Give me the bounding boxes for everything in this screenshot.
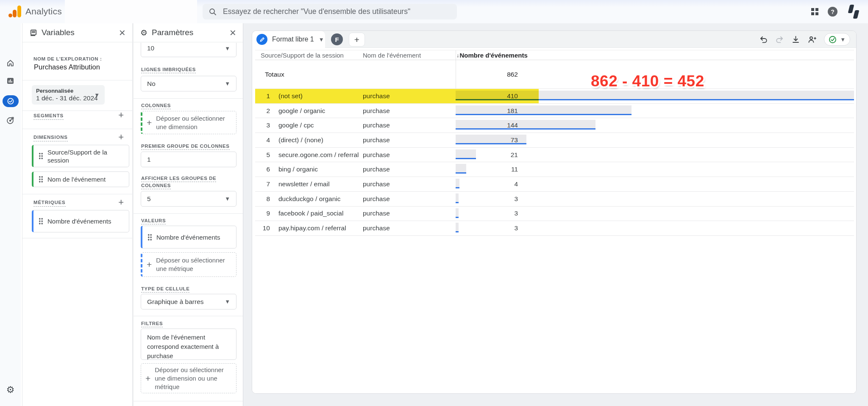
- table-row[interactable]: 2google / organicpurchase181: [255, 104, 854, 119]
- row-event-name[interactable]: purchase: [363, 89, 452, 103]
- row-metric-cell: 4: [456, 177, 854, 191]
- row-source-medium[interactable]: (direct) / (none): [278, 133, 361, 147]
- table-row[interactable]: 4(direct) / (none)purchase73: [255, 133, 854, 148]
- add-metric-button[interactable]: +: [118, 198, 124, 207]
- settings-close-icon[interactable]: ×: [230, 27, 236, 38]
- row-metric-cell: 410: [456, 89, 854, 103]
- row-event-name[interactable]: purchase: [363, 118, 452, 133]
- collaborator-avatar[interactable]: F: [331, 33, 343, 45]
- table-row[interactable]: 10pay.hipay.com / referralpurchase3: [255, 221, 854, 236]
- variables-icon: [29, 29, 37, 37]
- row-event-name[interactable]: purchase: [363, 221, 452, 235]
- variables-close-icon[interactable]: ×: [119, 27, 125, 38]
- cell-type-select[interactable]: Graphique à barres ▼: [141, 294, 236, 309]
- redo-button[interactable]: [775, 35, 784, 44]
- drag-handle-icon[interactable]: [39, 176, 43, 183]
- drop-filter-zone[interactable]: + Déposer ou sélectionner une dimension …: [141, 363, 236, 393]
- values-label: VALEURS: [141, 218, 166, 224]
- row-event-name[interactable]: purchase: [363, 177, 452, 191]
- saved-status-pill[interactable]: ▼: [824, 33, 850, 46]
- col-header-metric-label: Nombre d'événements: [460, 52, 528, 59]
- plus-icon: +: [147, 118, 152, 128]
- dimension-chip[interactable]: Source/Support de la session: [32, 145, 129, 167]
- table-body: 1(not set)purchase4102google / organicpu…: [255, 89, 854, 236]
- reports-icon: [6, 77, 15, 85]
- row-source-medium[interactable]: google / organic: [278, 104, 361, 118]
- dimension-chip[interactable]: Nom de l'événement: [32, 171, 129, 187]
- row-event-name[interactable]: purchase: [363, 162, 452, 177]
- add-segment-button[interactable]: +: [118, 110, 124, 120]
- undo-button[interactable]: [759, 35, 768, 44]
- row-source-medium[interactable]: pay.hipay.com / referral: [278, 221, 361, 235]
- cell-type-value: Graphique à barres: [147, 298, 225, 306]
- row-event-name[interactable]: purchase: [363, 192, 452, 206]
- annotation-text: 862 - 410 = 452: [591, 72, 704, 90]
- row-event-name[interactable]: purchase: [363, 104, 452, 118]
- show-col-groups-select[interactable]: 5 ▼: [141, 191, 236, 207]
- drop-dimension-zone[interactable]: + Déposer ou sélectionner une dimension: [141, 111, 236, 134]
- col-header-event[interactable]: Nom de l'événement: [363, 50, 421, 60]
- row-event-name[interactable]: purchase: [363, 133, 452, 147]
- drop-metric-zone[interactable]: + Déposer ou sélectionner une métrique: [141, 252, 236, 277]
- row-rank: 9: [255, 207, 270, 221]
- row-source-medium[interactable]: secure.ogone.com / referral: [278, 148, 361, 162]
- row-metric-cell: 11: [456, 162, 854, 177]
- drop-dimension-text: Déposer ou sélectionner une dimension: [156, 114, 232, 131]
- chevron-down-icon[interactable]: ▼: [319, 36, 324, 43]
- col-header-source[interactable]: Source/Support de la session: [261, 50, 344, 60]
- table-row[interactable]: 8duckduckgo / organicpurchase3: [255, 192, 854, 207]
- table-row[interactable]: 9facebook / paid_socialpurchase3: [255, 207, 854, 221]
- add-dimension-button[interactable]: +: [118, 133, 124, 142]
- nav-settings[interactable]: ⚙: [0, 385, 21, 395]
- explore-active-pill: [3, 95, 19, 107]
- rows-select[interactable]: 10 ▼: [141, 43, 236, 57]
- nested-rows-select[interactable]: No ▼: [141, 76, 236, 91]
- analytics-brand[interactable]: Analytics: [8, 6, 62, 17]
- row-event-name[interactable]: purchase: [363, 207, 452, 221]
- property-selector[interactable]: [65, 0, 197, 23]
- drag-handle-icon[interactable]: [147, 234, 152, 241]
- date-range-picker[interactable]: Personnalisée 1 déc. - 31 déc. 2024 ▼: [32, 85, 105, 105]
- top-bar: Analytics Essayez de rechercher "Vue d'e…: [0, 0, 868, 23]
- tab-format-libre[interactable]: Format libre 1 ▼: [252, 31, 325, 48]
- add-tab-button[interactable]: +: [349, 33, 365, 47]
- download-button[interactable]: [791, 35, 800, 44]
- nav-rail: ⚙: [0, 23, 21, 406]
- exploration-name-value[interactable]: Purchases Attribution: [34, 63, 100, 71]
- profile-avatar[interactable]: [847, 5, 860, 19]
- value-metric-chip[interactable]: Nombre d'événements: [141, 226, 236, 249]
- first-col-group-input[interactable]: 1: [141, 152, 236, 167]
- table-row[interactable]: 7newsletter / emailpurchase4: [255, 177, 854, 192]
- table-row[interactable]: 6bing / organicpurchase11: [255, 162, 854, 177]
- row-metric-cell: 3: [456, 207, 854, 221]
- table-row[interactable]: 3google / cpcpurchase144: [255, 118, 854, 133]
- table-row[interactable]: 1(not set)purchase410: [255, 89, 854, 104]
- help-icon[interactable]: ?: [828, 7, 837, 17]
- filter-chip[interactable]: Nom de l'événement correspond exactement…: [141, 329, 236, 360]
- nav-explore[interactable]: [0, 95, 21, 107]
- row-event-name[interactable]: purchase: [363, 148, 452, 162]
- row-source-medium[interactable]: newsletter / email: [278, 177, 361, 191]
- row-source-medium[interactable]: (not set): [278, 89, 361, 103]
- nav-advertising[interactable]: [0, 116, 21, 125]
- row-source-medium[interactable]: google / cpc: [278, 118, 361, 133]
- row-source-medium[interactable]: facebook / paid_social: [278, 207, 361, 221]
- row-source-medium[interactable]: bing / organic: [278, 162, 361, 177]
- row-metric-value: 3: [456, 192, 518, 206]
- search-bar[interactable]: Essayez de rechercher "Vue d'ensemble de…: [203, 4, 457, 19]
- table-row[interactable]: 5secure.ogone.com / referralpurchase21: [255, 148, 854, 163]
- table-header-row: Source/Support de la session Nom de l'év…: [255, 50, 854, 60]
- apps-grid-icon[interactable]: [811, 8, 818, 15]
- metric-chip[interactable]: Nombre d'événements: [32, 210, 129, 232]
- col-header-metric[interactable]: ↓ Nombre d'événements: [456, 50, 528, 60]
- edit-pencil-icon: [256, 34, 267, 45]
- share-add-user-button[interactable]: [807, 35, 817, 44]
- drag-handle-icon[interactable]: [39, 218, 43, 225]
- chevron-down-icon: ▼: [225, 45, 230, 52]
- nav-home[interactable]: [0, 59, 21, 67]
- row-rank: 6: [255, 162, 270, 177]
- drag-handle-icon[interactable]: [39, 152, 43, 160]
- row-metric-value: 4: [456, 177, 518, 191]
- row-source-medium[interactable]: duckduckgo / organic: [278, 192, 361, 206]
- nav-reports[interactable]: [0, 77, 21, 85]
